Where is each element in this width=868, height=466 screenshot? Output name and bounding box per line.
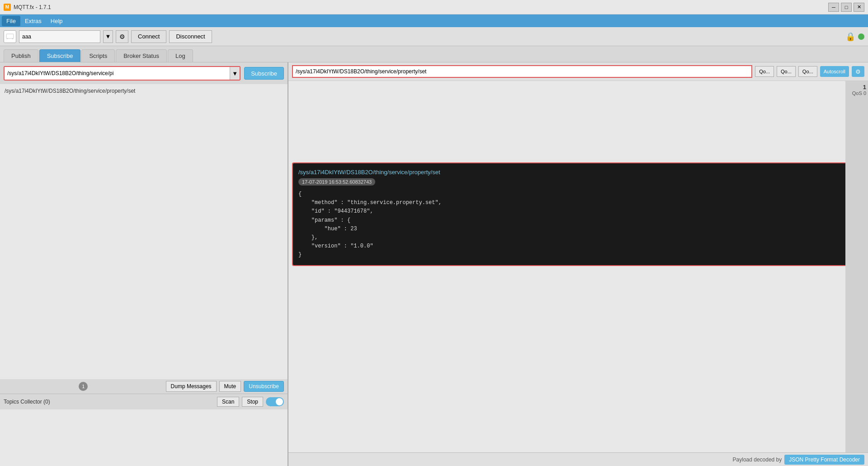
svg-rect-0 — [6, 34, 14, 38]
collector-toggle[interactable] — [266, 397, 284, 406]
tab-broker-status[interactable]: Broker Status — [116, 49, 167, 62]
subscribe-topic-input[interactable] — [5, 67, 230, 80]
toolbar-right: 🔒 — [845, 32, 864, 42]
menu-file[interactable]: File — [2, 16, 20, 26]
message-area: /sys/a17i4DkIYtW/DS18B2O/thing/service/p… — [288, 81, 868, 452]
connect-button[interactable]: Connect — [131, 30, 166, 43]
tab-scripts[interactable]: Scripts — [81, 49, 115, 62]
qos-display: 1 QoS 0 — [845, 81, 868, 452]
topics-collector: Topics Collector (0) Scan Stop — [0, 394, 288, 466]
subscribe-button[interactable]: Subscribe — [244, 67, 284, 80]
settings-button[interactable]: ⚙ — [852, 66, 864, 77]
right-wrapper: /sys/a17i4DkIYtW/DS18B2O/thing/service/p… — [288, 62, 868, 466]
close-button[interactable]: ✕ — [854, 3, 864, 12]
qos-value: QoS 0 — [852, 90, 866, 96]
lock-icon: 🔒 — [845, 32, 855, 42]
topics-collector-header: Topics Collector (0) Scan Stop — [0, 394, 288, 409]
subscribe-dropdown-button[interactable]: ▼ — [230, 67, 240, 80]
message-card: /sys/a17i4DkIYtW/DS18B2O/thing/service/p… — [292, 162, 864, 266]
message-json-content: { "method" : "thing.service.property.set… — [298, 190, 858, 260]
decoder-button[interactable]: JSON Pretty Format Decoder — [784, 455, 864, 465]
autoscroll-button[interactable]: Autoscroll — [820, 66, 849, 77]
right-topic-display: /sys/a17i4DkIYtW/DS18B2O/thing/service/p… — [292, 65, 752, 78]
gear-button[interactable]: ⚙ — [116, 30, 128, 43]
connection-dropdown-button[interactable]: ▼ — [103, 30, 113, 43]
stop-button[interactable]: Stop — [242, 397, 263, 407]
scan-button[interactable]: Scan — [217, 397, 239, 407]
qos-button-1[interactable]: Qo... — [755, 66, 774, 77]
title-bar-controls: ─ □ ✕ — [828, 3, 864, 12]
tab-bar: Publish Subscribe Scripts Broker Status … — [0, 46, 868, 62]
qos-button-2[interactable]: Qo... — [777, 66, 796, 77]
tab-publish[interactable]: Publish — [4, 49, 38, 62]
menu-help[interactable]: Help — [46, 16, 67, 26]
message-count-badge: 1 — [79, 382, 88, 391]
dump-messages-button[interactable]: Dump Messages — [166, 381, 217, 392]
menu-bar: File Extras Help — [0, 14, 868, 27]
title-bar-text: MQTT.fx - 1.7.1 — [14, 4, 828, 10]
unsubscribe-button[interactable]: Unsubscribe — [244, 381, 284, 392]
messages-actions: 1 Dump Messages Mute Unsubscribe — [0, 379, 288, 394]
minimize-button[interactable]: ─ — [828, 3, 839, 12]
collector-toggle-knob — [276, 398, 283, 405]
message-timestamp: 17-07-2019 16:53:52.60832743 — [298, 178, 375, 185]
title-bar: M MQTT.fx - 1.7.1 ─ □ ✕ — [0, 0, 868, 14]
topics-collector-label: Topics Collector (0) — [4, 399, 214, 405]
app-icon: M — [4, 4, 11, 11]
toolbar: ▼ ⚙ Connect Disconnect 🔒 — [0, 27, 868, 46]
topics-collector-content — [0, 409, 288, 466]
menu-extras[interactable]: Extras — [20, 16, 46, 26]
maximize-button[interactable]: □ — [841, 3, 852, 12]
bottom-bar: Payload decoded by JSON Pretty Format De… — [288, 452, 868, 466]
tab-subscribe[interactable]: Subscribe — [39, 49, 81, 62]
payload-decoded-label: Payload decoded by — [733, 456, 782, 463]
connection-status-dot — [858, 33, 864, 40]
right-top-bar: /sys/a17i4DkIYtW/DS18B2O/thing/service/p… — [288, 62, 868, 81]
subscribe-input-wrapper: ▼ — [4, 66, 241, 81]
mute-button[interactable]: Mute — [219, 381, 241, 392]
profile-icon — [4, 30, 16, 43]
connection-input[interactable] — [19, 30, 100, 43]
left-panel: ▼ Subscribe /sys/a17i4DkIYtW/DS18B2O/thi… — [0, 62, 288, 466]
tab-log[interactable]: Log — [168, 49, 193, 62]
right-topic-text: /sys/a17i4DkIYtW/DS18B2O/thing/service/p… — [296, 68, 426, 75]
subscribe-row: ▼ Subscribe — [0, 62, 288, 84]
topic-item-text: /sys/a17i4DkIYtW/DS18B2O/thing/service/p… — [5, 88, 135, 94]
qos-button-3[interactable]: Qo... — [798, 66, 817, 77]
list-item[interactable]: /sys/a17i4DkIYtW/DS18B2O/thing/service/p… — [0, 84, 288, 98]
topic-list: /sys/a17i4DkIYtW/DS18B2O/thing/service/p… — [0, 84, 288, 379]
disconnect-button[interactable]: Disconnect — [169, 30, 212, 43]
message-card-topic: /sys/a17i4DkIYtW/DS18B2O/thing/service/p… — [298, 169, 858, 176]
main-content: ▼ Subscribe /sys/a17i4DkIYtW/DS18B2O/thi… — [0, 62, 868, 466]
message-number: 1 — [863, 84, 866, 90]
